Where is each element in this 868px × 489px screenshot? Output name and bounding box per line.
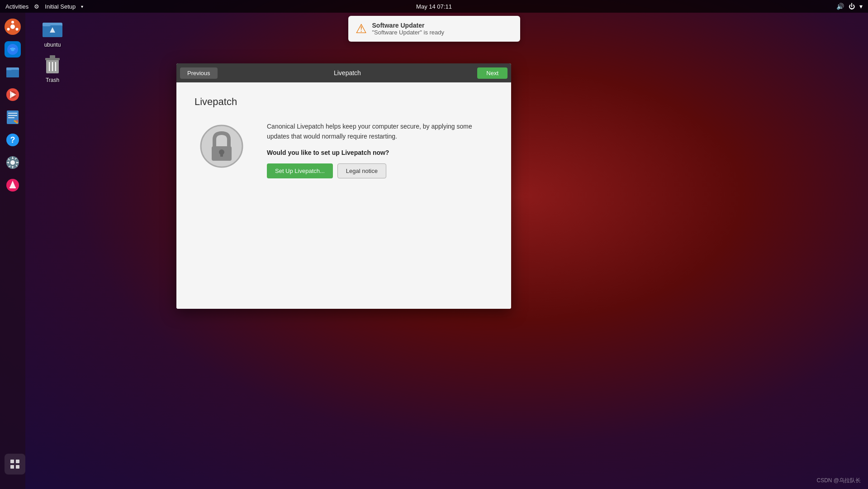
dock-item-writer[interactable] [2,107,23,128]
svg-point-1 [10,24,15,29]
ubuntu-logo-icon [6,20,19,33]
svg-point-20 [10,160,15,165]
initial-setup-button[interactable]: Initial Setup [45,3,76,10]
livepatch-body: Canonical Livepatch helps keep your comp… [194,121,493,178]
initial-setup-dropdown-icon[interactable]: ▾ [81,4,83,9]
svg-rect-8 [6,70,19,77]
notification-title: Software Updater [372,22,445,29]
livepatch-actions: Set Up Livepatch... Legal notice [267,163,493,178]
writer-icon [5,109,21,125]
livepatch-text-content: Canonical Livepatch helps keep your comp… [267,121,493,178]
svg-point-6 [11,48,14,51]
desktop-icon-trash[interactable]: Trash [34,53,71,83]
notification-content: Software Updater "Software Updater" is r… [372,22,445,36]
thunderbird-icon [6,43,19,56]
files-icon [5,64,21,80]
previous-button[interactable]: Previous [180,67,218,79]
show-apps-icon [9,459,20,470]
svg-text:?: ? [10,135,15,144]
svg-point-4 [7,28,10,31]
svg-rect-25 [10,465,14,469]
livepatch-question: Would you like to set up Livepatch now? [267,149,493,156]
volume-icon[interactable]: 🔊 [836,3,844,10]
activities-button[interactable]: Activities [5,3,28,10]
rhythmbox-icon [5,86,21,103]
dialog-titlebar: Previous Livepatch Next [176,63,511,82]
show-apps-button[interactable] [5,454,25,475]
page-title: Livepatch [194,96,493,108]
svg-point-3 [16,28,19,31]
svg-rect-15 [8,115,17,116]
ubuntu-home-label: ubuntu [44,42,61,48]
svg-point-2 [11,21,14,24]
svg-rect-16 [8,117,14,118]
dock-item-appstore[interactable] [2,175,23,196]
dock-item-help[interactable]: ? [2,129,23,150]
svg-rect-14 [8,113,17,114]
watermark: CSDN @乌拉队长 [816,477,861,484]
livepatch-dialog: Previous Livepatch Next Livepatch [176,63,511,309]
power-icon[interactable]: ⏻ [849,3,855,10]
sidebar-dock: ? [0,13,25,489]
livepatch-logo-container [194,121,249,177]
legal-notice-button[interactable]: Legal notice [337,163,386,178]
notification-body: "Software Updater" is ready [372,29,445,36]
dialog-content: Livepatch Canonical Li [176,82,511,309]
dock-item-thunderbird[interactable] [2,39,23,60]
svg-rect-32 [50,55,55,58]
topbar: Activities ⚙ Initial Setup ▾ May 14 07:1… [0,0,868,13]
svg-rect-29 [43,23,51,26]
svg-rect-24 [16,460,19,463]
svg-rect-40 [220,152,223,157]
gear-icon: ⚙ [34,3,39,10]
ubuntu-home-folder-icon [42,18,63,40]
setup-livepatch-button[interactable]: Set Up Livepatch... [267,163,333,178]
livepatch-description: Canonical Livepatch helps keep your comp… [267,121,493,142]
svg-rect-26 [16,465,19,469]
trash-label: Trash [46,77,59,83]
desktop-icon-ubuntu[interactable]: ubuntu [34,18,71,48]
dock-item-files[interactable] [2,62,23,82]
dialog-window-title: Livepatch [334,69,361,77]
livepatch-logo-icon [194,121,249,176]
datetime-display: May 14 07:11 [416,3,452,10]
help-icon: ? [5,132,21,148]
notification-warning-icon: ⚠ [356,21,367,36]
dock-item-settings[interactable] [2,152,23,173]
dock-item-rhythmbox[interactable] [2,84,23,105]
svg-rect-23 [10,460,14,463]
settings-icon [5,154,21,171]
dock-item-ubuntu-home[interactable] [2,16,23,37]
trash-icon [42,53,63,75]
software-updater-notification[interactable]: ⚠ Software Updater "Software Updater" is… [348,16,520,42]
next-button[interactable]: Next [477,67,508,79]
appstore-icon [5,177,21,193]
svg-rect-9 [6,67,12,70]
system-menu-icon[interactable]: ▾ [859,3,863,10]
svg-rect-22 [9,187,16,188]
